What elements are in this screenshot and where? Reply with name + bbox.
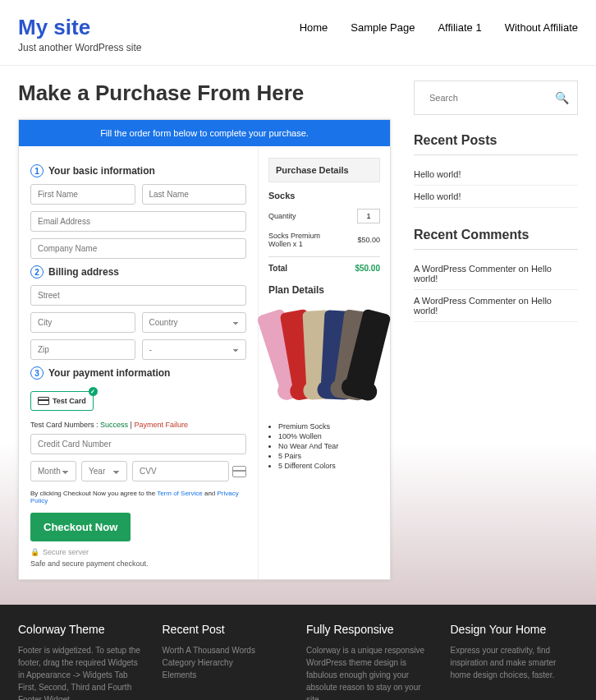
- agree-text: By clicking Checkout Now you agree to th…: [30, 490, 246, 504]
- first-name-input[interactable]: [30, 184, 135, 205]
- plan-details-head: Plan Details: [268, 284, 380, 296]
- main-nav: Home Sample Page Affiliate 1 Without Aff…: [300, 15, 578, 34]
- card-icon: [38, 397, 49, 405]
- product-image: [268, 304, 380, 411]
- footer-col-1: Colorway ThemeFooter is widgetized. To s…: [18, 623, 146, 700]
- recent-post-link[interactable]: Hello world!: [414, 191, 461, 201]
- site-header: My site Just another WordPress site Home…: [0, 0, 596, 66]
- plan-bullets: Premium Socks 100% Wollen No Wear And Te…: [268, 422, 380, 470]
- checkout-button[interactable]: Checkout Now: [30, 513, 131, 541]
- footer-col-2: Recent PostWorth A Thousand WordsCategor…: [163, 623, 291, 700]
- street-input[interactable]: [30, 285, 246, 306]
- qty-row: Quantity: [268, 209, 380, 223]
- safe-text: Safe and secure payment checkout.: [30, 560, 246, 568]
- footer-col-4: Design Your HomeExpress your creativity,…: [451, 623, 579, 700]
- exp-month-select[interactable]: Month: [30, 461, 76, 481]
- search-icon[interactable]: 🔍: [555, 91, 569, 104]
- step-1-number: 1: [30, 164, 44, 177]
- recent-posts-list: Hello world! Hello world!: [414, 163, 578, 208]
- page-title: Make a Purchase From Here: [18, 81, 391, 106]
- total-row: Total$50.00: [268, 256, 380, 273]
- company-input[interactable]: [30, 238, 246, 259]
- recent-post-link[interactable]: Hello world!: [414, 169, 461, 179]
- city-input[interactable]: [30, 312, 135, 333]
- checkout-form: Fill the order form below to complete yo…: [18, 119, 391, 580]
- search-input[interactable]: [423, 88, 555, 108]
- site-tagline: Just another WordPress site: [18, 42, 142, 53]
- test-success-link[interactable]: Success: [100, 421, 128, 429]
- commenter-link[interactable]: A WordPress Commenter: [414, 296, 516, 306]
- zip-input[interactable]: [30, 339, 135, 360]
- nav-without-affiliate[interactable]: Without Affiliate: [505, 21, 578, 34]
- test-card-numbers: Test Card Numbers : Success | Payment Fa…: [30, 421, 246, 429]
- cvv-input[interactable]: [132, 461, 229, 481]
- commenter-link[interactable]: A WordPress Commenter: [414, 264, 516, 274]
- product-name: Socks: [268, 191, 380, 200]
- site-footer: Colorway ThemeFooter is widgetized. To s…: [0, 605, 596, 700]
- exp-year-select[interactable]: Year: [81, 461, 127, 481]
- lock-icon: 🔒: [30, 548, 39, 556]
- step-3-number: 3: [30, 366, 44, 380]
- cvv-card-icon: [232, 466, 246, 477]
- step-2-number: 2: [30, 265, 44, 279]
- footer-col-3: Fully ResponsiveColorway is a unique res…: [306, 623, 434, 700]
- nav-sample-page[interactable]: Sample Page: [351, 21, 415, 34]
- test-card-option[interactable]: Test Card: [30, 391, 94, 411]
- comment-item: A WordPress Commenter on Hello world!: [414, 290, 578, 322]
- country-select[interactable]: Country: [142, 312, 247, 333]
- sidebar: 🔍 Recent Posts Hello world! Hello world!…: [414, 81, 578, 580]
- qty-input[interactable]: [357, 209, 380, 223]
- last-name-input[interactable]: [142, 184, 247, 205]
- email-input[interactable]: [30, 211, 246, 232]
- step-3: 3Your payment information: [30, 366, 246, 380]
- purchase-details-head: Purchase Details: [268, 158, 380, 182]
- site-title[interactable]: My site: [18, 15, 142, 40]
- comment-item: A WordPress Commenter on Hello world!: [414, 258, 578, 290]
- state-select[interactable]: -: [142, 339, 247, 360]
- form-banner: Fill the order form below to complete yo…: [19, 120, 390, 146]
- test-failure-link[interactable]: Payment Failure: [134, 421, 188, 429]
- line-item: Socks Premium Wollen x 1$50.00: [268, 232, 380, 248]
- nav-home[interactable]: Home: [300, 21, 328, 34]
- recent-comments-list: A WordPress Commenter on Hello world! A …: [414, 258, 578, 322]
- tos-link[interactable]: Term of Service: [157, 490, 203, 497]
- cc-number-input[interactable]: [30, 434, 246, 454]
- step-1: 1Your basic information: [30, 164, 246, 177]
- search-box: 🔍: [414, 81, 578, 115]
- recent-comments-head: Recent Comments: [414, 228, 578, 250]
- recent-posts-head: Recent Posts: [414, 133, 578, 155]
- step-2: 2Billing address: [30, 265, 246, 279]
- secure-server: 🔒Secure server: [30, 548, 246, 556]
- nav-affiliate-1[interactable]: Affiliate 1: [438, 21, 481, 34]
